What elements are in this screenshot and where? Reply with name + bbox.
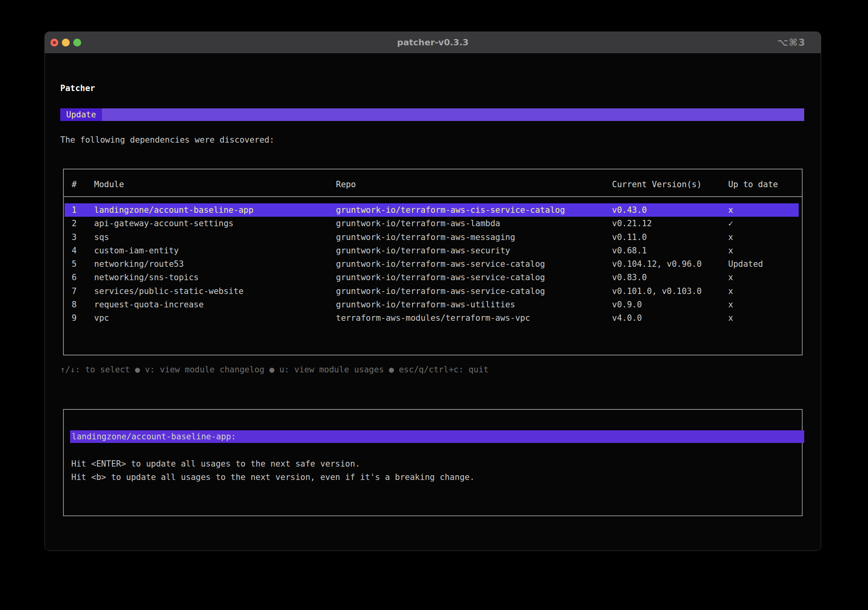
cell-module: custom-iam-entity (94, 244, 179, 257)
terminal-content: Patcher Update The following dependencie… (45, 53, 821, 550)
window-title: patcher-v0.3.3 (45, 32, 821, 53)
detail-hint-breaking: Hit <b> to update all usages to the next… (71, 471, 475, 484)
cell-status: x (728, 231, 733, 244)
cell-repo: gruntwork-io/terraform-aws-service-catal… (336, 271, 545, 284)
table-body: 1 landingzone/account-baseline-app grunt… (64, 203, 802, 325)
cell-status: x (728, 285, 733, 298)
table-row[interactable]: 1 landingzone/account-baseline-app grunt… (64, 203, 802, 217)
cell-num: 4 (72, 244, 77, 257)
cell-module: api-gateway-account-settings (94, 217, 234, 230)
cell-num: 6 (72, 271, 77, 284)
cell-num: 5 (72, 257, 77, 271)
header-module: Module (94, 178, 124, 191)
cell-module: landingzone/account-baseline-app (94, 203, 254, 217)
cell-num: 9 (72, 311, 77, 325)
table-row[interactable]: 7 services/public-static-website gruntwo… (64, 285, 802, 298)
header-repo: Repo (336, 178, 356, 191)
cell-status: x (728, 298, 733, 311)
cell-num: 2 (72, 217, 77, 230)
header-status: Up to date (728, 178, 778, 191)
cell-repo: gruntwork-io/terraform-aws-messaging (336, 231, 515, 244)
window-shortcut-badge: ⌥⌘3 (777, 32, 806, 53)
cell-version: v0.101.0, v0.103.0 (612, 285, 702, 298)
cell-module: networking/route53 (94, 257, 184, 271)
cell-version: v4.0.0 (612, 311, 642, 325)
cell-repo: gruntwork-io/terraform-aws-lambda (336, 217, 500, 230)
detail-panel: landingzone/account-baseline-app: Hit <E… (63, 409, 803, 516)
cell-status: Updated (728, 257, 763, 271)
cell-repo: gruntwork-io/terraform-aws-service-catal… (336, 285, 545, 298)
header-divider (64, 196, 802, 197)
cell-version: v0.68.1 (612, 244, 647, 257)
cell-num: 3 (72, 231, 77, 244)
table-row[interactable]: 9 vpc terraform-aws-modules/terraform-aw… (64, 311, 802, 325)
cell-repo: gruntwork-io/terraform-aws-cis-service-c… (336, 203, 565, 217)
cell-repo: gruntwork-io/terraform-aws-security (336, 244, 510, 257)
tab-update[interactable]: Update (60, 108, 102, 121)
page-title: Patcher (60, 82, 95, 95)
cell-repo: terraform-aws-modules/terraform-aws-vpc (336, 311, 530, 325)
header-num: # (72, 178, 77, 191)
table-header-row: # Module Repo Current Version(s) Up to d… (64, 178, 802, 191)
cell-num: 1 (72, 203, 77, 217)
table-row[interactable]: 8 request-quota-increase gruntwork-io/te… (64, 298, 802, 311)
cell-repo: gruntwork-io/terraform-aws-service-catal… (336, 257, 545, 271)
table-row[interactable]: 4 custom-iam-entity gruntwork-io/terrafo… (64, 244, 802, 257)
cell-module: sqs (94, 231, 109, 244)
tab-bar: Update (60, 108, 804, 121)
keyboard-help-bar: ↑/↓: to select ● v: view module changelo… (60, 363, 488, 376)
cell-status: x (728, 311, 733, 325)
table-row[interactable]: 2 api-gateway-account-settings gruntwork… (64, 217, 802, 230)
cell-version: v0.83.0 (612, 271, 647, 284)
cell-version: v0.9.0 (612, 298, 642, 311)
cell-version: v0.11.0 (612, 231, 647, 244)
cell-status: x (728, 203, 733, 217)
cell-num: 7 (72, 285, 77, 298)
title-bar: patcher-v0.3.3 ⌥⌘3 (45, 32, 821, 53)
cell-version: v0.104.12, v0.96.0 (612, 257, 702, 271)
dependencies-table: # Module Repo Current Version(s) Up to d… (63, 169, 803, 355)
cell-num: 8 (72, 298, 77, 311)
detail-panel-title-highlight: landingzone/account-baseline-app: (70, 430, 804, 443)
cell-version: v0.43.0 (612, 203, 647, 217)
cell-module: services/public-static-website (94, 285, 243, 298)
cell-version: v0.21.12 (612, 217, 652, 230)
header-version: Current Version(s) (612, 178, 702, 191)
detail-hint-enter: Hit <ENTER> to update all usages to the … (71, 457, 360, 471)
table-row[interactable]: 5 networking/route53 gruntwork-io/terraf… (64, 257, 802, 271)
cell-repo: gruntwork-io/terraform-aws-utilities (336, 298, 515, 311)
cell-module: request-quota-increase (94, 298, 204, 311)
cell-module: vpc (94, 311, 109, 325)
cell-status: x (728, 244, 733, 257)
intro-text: The following dependencies were discover… (60, 133, 274, 147)
cell-status: ✓ (728, 217, 733, 230)
table-row[interactable]: 3 sqs gruntwork-io/terraform-aws-messagi… (64, 231, 802, 244)
cell-status: x (728, 271, 733, 284)
cell-module: networking/sns-topics (94, 271, 199, 284)
terminal-window: patcher-v0.3.3 ⌥⌘3 Patcher Update The fo… (45, 32, 821, 551)
table-row[interactable]: 6 networking/sns-topics gruntwork-io/ter… (64, 271, 802, 284)
